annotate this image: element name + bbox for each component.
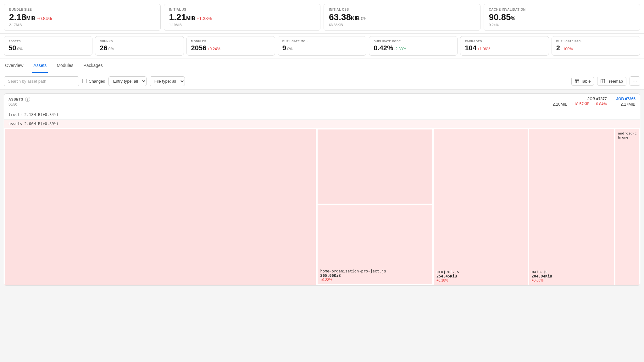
sm-modules: MODULES 2056+0.24% — [186, 36, 275, 56]
compare-size: 2.17MiB — [620, 102, 636, 107]
main-js-label: main.js — [532, 270, 612, 274]
metric-bundle-size-label: BUNDLE SIZE — [9, 8, 155, 11]
top-metrics-row: BUNDLE SIZE 2.18MiB+0.84% 2.17MiB INITIA… — [0, 0, 644, 34]
tab-overview[interactable]: Overview — [4, 58, 25, 73]
metric-bundle-size-sub: 2.17MiB — [9, 23, 155, 27]
treemap-project-js[interactable]: project.js 254.45KiB +0.18% — [433, 128, 529, 285]
diff-size: +18.57KiB — [572, 102, 590, 106]
project-js-change: +0.18% — [436, 278, 525, 282]
treemap-main-js[interactable]: main.js 204.94KiB +0.08% — [529, 128, 615, 285]
treemap-home-org[interactable]: home~organization~pro-ject.js 265.06KiB … — [317, 204, 433, 285]
metric-initial-js-label: INITIAL JS — [169, 8, 315, 11]
treemap-icon — [601, 79, 605, 83]
home-org-change: +0.22% — [320, 278, 430, 282]
main-js-size: 204.94KiB — [532, 274, 612, 278]
treemap-large-cell[interactable] — [4, 128, 316, 285]
metric-cache-value: 90.85% — [489, 13, 635, 22]
table-icon — [575, 79, 579, 83]
metric-bundle-size: BUNDLE SIZE 2.18MiB+0.84% 2.17MiB — [4, 4, 161, 31]
assets-jobs: JOB #7377 2.18MiB +18.57KiB +0.84% JOB #… — [552, 97, 636, 107]
diff-pct: +0.84% — [594, 102, 607, 106]
metric-initial-css-label: INITIAL CSS — [329, 8, 475, 11]
treemap-android-chrome[interactable]: android-chrome- — [615, 128, 640, 285]
info-icon[interactable]: ? — [25, 97, 30, 102]
sm-chunks: CHUNKS 260% — [95, 36, 184, 56]
metric-initial-js-value: 1.21MiB+1.38% — [169, 13, 315, 22]
current-job-label: JOB #7377 — [587, 97, 607, 101]
treemap-middle-col: home~organization~pro-ject.js 265.06KiB … — [316, 128, 433, 285]
treemap-visual: home~organization~pro-ject.js 265.06KiB … — [4, 128, 640, 285]
home-org-label: home~organization~pro-ject.js — [320, 269, 430, 273]
file-type-select[interactable]: File type: all — [150, 76, 185, 86]
svg-rect-0 — [575, 79, 579, 83]
changed-filter[interactable]: Changed — [82, 79, 105, 84]
main-js-change: +0.08% — [532, 278, 612, 282]
changed-label: Changed — [89, 79, 105, 84]
sm-assets: ASSETS 500% — [4, 36, 92, 56]
metric-initial-js-sub: 1.19MiB — [169, 23, 315, 27]
metric-cache-sub: 9.24% — [489, 23, 635, 27]
root-row: (root) 2.18MiB(+0.84%) — [4, 110, 640, 120]
tab-packages[interactable]: Packages — [82, 58, 104, 73]
table-view-button[interactable]: Table — [571, 77, 594, 86]
secondary-metrics-row: ASSETS 500% CHUNKS 260% MODULES 2056+0.2… — [0, 34, 644, 58]
project-js-size: 254.45KiB — [436, 274, 525, 278]
metric-bundle-size-value: 2.18MiB+0.84% — [9, 13, 155, 22]
filter-bar: Changed Entry type: all File type: all T… — [0, 73, 644, 90]
home-org-size: 265.06KiB — [320, 273, 430, 278]
tabs-bar: Overview Assets Modules Packages — [0, 58, 644, 73]
metric-cache-label: CACHE INVALIDATION — [489, 8, 635, 11]
assets-row: assets 2.06MiB(+0.89%) — [4, 120, 640, 128]
treemap-view-button[interactable]: Treemap — [597, 77, 626, 86]
project-js-label: project.js — [436, 270, 525, 274]
treemap-container: (root) 2.18MiB(+0.84%) assets 2.06MiB(+0… — [4, 110, 640, 286]
treemap-label: Treemap — [607, 79, 623, 84]
entry-type-select[interactable]: Entry type: all — [108, 76, 147, 86]
changed-checkbox[interactable] — [82, 79, 87, 83]
metric-cache: CACHE INVALIDATION 90.85% 9.24% — [484, 4, 641, 31]
sm-duplicate-mo: DUPLICATE MO... 90% — [278, 36, 366, 56]
tab-modules[interactable]: Modules — [55, 58, 75, 73]
metric-initial-css-value: 63.38KiB0% — [329, 13, 475, 22]
search-input[interactable] — [4, 76, 79, 86]
current-size: 2.18MiB — [552, 102, 568, 107]
assets-header: ASSETS ? 50/50 JOB #7377 2.18MiB +18.57K… — [4, 93, 640, 110]
sm-duplicate-pac: DUPLICATE PAC... 2+100% — [552, 36, 640, 56]
metric-initial-js: INITIAL JS 1.21MiB+1.38% 1.19MiB — [164, 4, 321, 31]
assets-title: ASSETS ? — [8, 97, 30, 102]
tab-assets[interactable]: Assets — [32, 58, 48, 73]
sm-duplicate-code: DUPLICATE CODE 0.42%-2.33% — [369, 36, 458, 56]
assets-count: 50/50 — [8, 102, 30, 106]
metric-initial-css-sub: 63.38KiB — [329, 23, 475, 27]
android-chrome-label: android-chrome- — [618, 131, 637, 140]
more-options-button[interactable]: ⋯ — [630, 76, 640, 86]
treemap-middle-top[interactable] — [317, 129, 433, 204]
metric-initial-css: INITIAL CSS 63.38KiB0% 63.38KiB — [324, 4, 480, 31]
table-label: Table — [581, 79, 591, 84]
assets-section: ASSETS ? 50/50 JOB #7377 2.18MiB +18.57K… — [0, 93, 644, 289]
compare-job-label[interactable]: JOB #7365 — [616, 97, 636, 101]
sm-packages: PACKAGES 104+1.96% — [460, 36, 549, 56]
